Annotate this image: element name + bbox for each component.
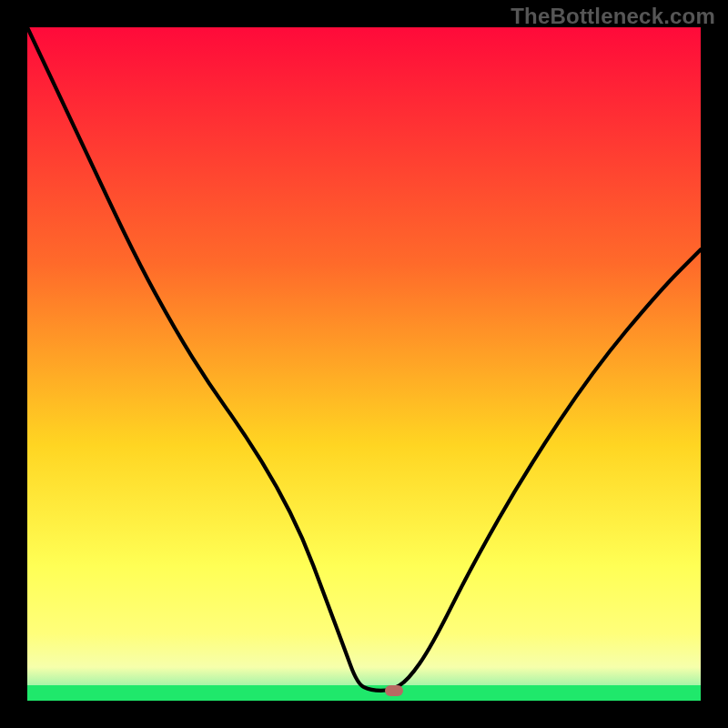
bottleneck-curve — [27, 27, 701, 701]
optimal-marker — [385, 685, 403, 696]
plot-area — [27, 27, 701, 701]
watermark-text: TheBottleneck.com — [511, 4, 715, 29]
chart-frame: TheBottleneck.com — [0, 0, 728, 728]
